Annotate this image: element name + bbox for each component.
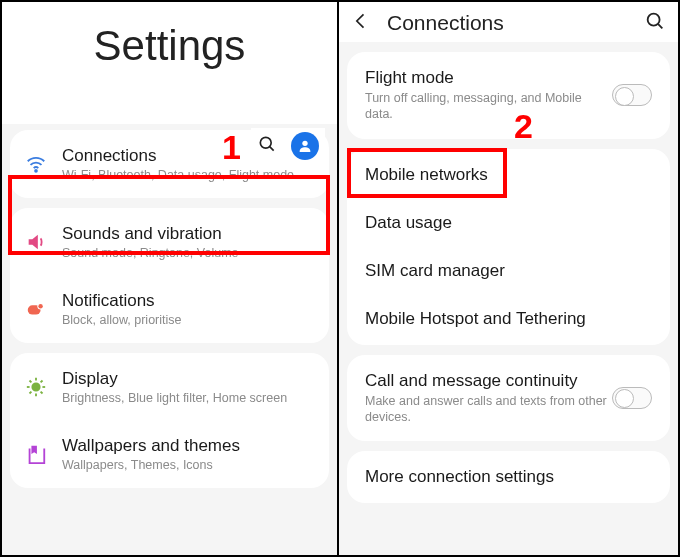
item-sub: Make and answer calls and texts from oth… bbox=[365, 393, 612, 426]
svg-line-14 bbox=[29, 391, 31, 393]
toggle-switch[interactable] bbox=[612, 84, 652, 106]
item-sub: Wallpapers, Themes, Icons bbox=[62, 457, 315, 473]
item-title: Sounds and vibration bbox=[62, 223, 315, 244]
settings-item-sounds[interactable]: Sounds and vibration Sound mode, Rington… bbox=[10, 208, 329, 276]
svg-line-13 bbox=[41, 391, 43, 393]
item-title: Mobile networks bbox=[365, 165, 652, 185]
search-icon[interactable] bbox=[644, 10, 666, 36]
item-title: More connection settings bbox=[365, 467, 652, 487]
item-title: Flight mode bbox=[365, 68, 612, 88]
svg-point-2 bbox=[302, 141, 307, 146]
settings-item-display[interactable]: Display Brightness, Blue light filter, H… bbox=[10, 353, 329, 421]
volume-icon bbox=[24, 231, 48, 253]
connections-item-mobile-networks[interactable]: Mobile networks bbox=[347, 151, 670, 199]
item-title: SIM card manager bbox=[365, 261, 652, 281]
svg-point-3 bbox=[35, 170, 37, 172]
item-title: Call and message continuity bbox=[365, 371, 612, 391]
search-icon[interactable] bbox=[257, 134, 277, 158]
svg-point-16 bbox=[648, 14, 660, 26]
connections-item-mobile-hotspot[interactable]: Mobile Hotspot and Tethering bbox=[347, 295, 670, 343]
settings-item-wallpapers[interactable]: Wallpapers and themes Wallpapers, Themes… bbox=[10, 420, 329, 488]
page-title: Settings bbox=[2, 2, 337, 124]
svg-line-15 bbox=[41, 380, 43, 382]
svg-point-7 bbox=[32, 383, 39, 390]
connections-item-flight-mode[interactable]: Flight mode Turn off calling, messaging,… bbox=[347, 54, 670, 137]
settings-item-notifications[interactable]: Notifications Block, allow, prioritise bbox=[10, 275, 329, 343]
item-sub: Wi-Fi, Bluetooth, Data usage, Flight mod… bbox=[62, 167, 315, 183]
wallpaper-icon bbox=[24, 443, 48, 465]
svg-point-0 bbox=[260, 137, 271, 148]
svg-line-12 bbox=[29, 380, 31, 382]
svg-point-6 bbox=[38, 304, 42, 308]
account-avatar[interactable] bbox=[291, 132, 319, 160]
connections-item-sim-card-manager[interactable]: SIM card manager bbox=[347, 247, 670, 295]
back-icon[interactable] bbox=[351, 11, 371, 35]
svg-line-1 bbox=[270, 147, 274, 151]
svg-line-17 bbox=[658, 24, 662, 28]
toggle-switch[interactable] bbox=[612, 387, 652, 409]
connections-item-call-continuity[interactable]: Call and message continuity Make and ans… bbox=[347, 357, 670, 440]
connections-pane: Connections Flight mode Turn off calling… bbox=[339, 2, 678, 555]
connections-item-data-usage[interactable]: Data usage bbox=[347, 199, 670, 247]
item-title: Mobile Hotspot and Tethering bbox=[365, 309, 652, 329]
wifi-icon bbox=[24, 153, 48, 175]
item-title: Data usage bbox=[365, 213, 652, 233]
page-title: Connections bbox=[387, 11, 628, 35]
item-sub: Block, allow, prioritise bbox=[62, 312, 315, 328]
item-title: Wallpapers and themes bbox=[62, 435, 315, 456]
item-sub: Turn off calling, messaging, and Mobile … bbox=[365, 90, 612, 123]
item-title: Notifications bbox=[62, 290, 315, 311]
display-icon bbox=[24, 376, 48, 398]
item-title: Display bbox=[62, 368, 315, 389]
settings-pane: Settings Connections Wi-Fi, Bluetooth, D… bbox=[2, 2, 339, 555]
item-sub: Sound mode, Ringtone, Volume bbox=[62, 245, 315, 261]
item-sub: Brightness, Blue light filter, Home scre… bbox=[62, 390, 315, 406]
notification-icon bbox=[24, 298, 48, 320]
connections-item-more-settings[interactable]: More connection settings bbox=[347, 453, 670, 501]
